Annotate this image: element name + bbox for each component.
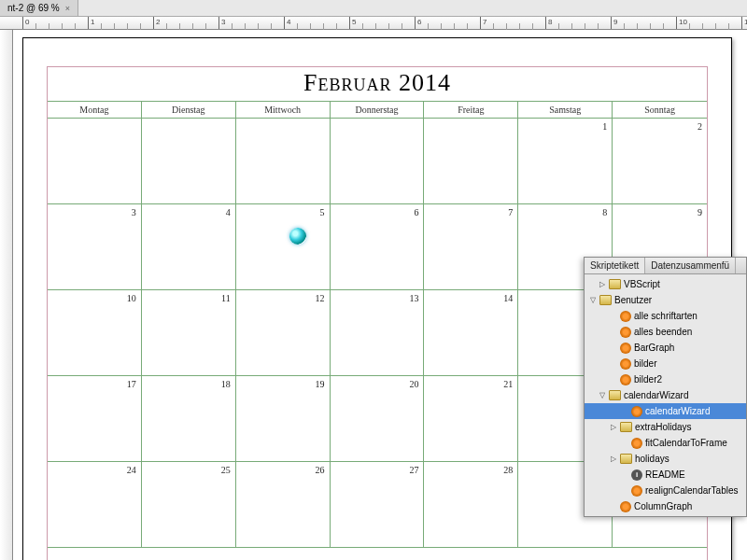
calendar-date-number: 11 bbox=[221, 293, 231, 303]
calendar-date-number: 8 bbox=[602, 207, 607, 217]
document-tab-bar: nt-2 @ 69 % × bbox=[0, 0, 747, 17]
calendar-cell: 5 bbox=[236, 204, 331, 290]
tree-item[interactable]: Benutzer bbox=[585, 292, 746, 308]
calendar-date-number: 24 bbox=[127, 465, 136, 475]
tree-item-label: realignCalendarTables bbox=[645, 485, 739, 496]
ruler-tick: 7 bbox=[480, 17, 481, 29]
calendar-date-number: 12 bbox=[316, 293, 325, 303]
tree-item-label: ColumnGraph bbox=[634, 501, 692, 511]
calendar-cell bbox=[331, 119, 425, 204]
chevron-down-icon[interactable] bbox=[588, 296, 597, 304]
calendar-cell: 12 bbox=[236, 290, 331, 376]
script-icon bbox=[620, 374, 631, 385]
document-tab[interactable]: nt-2 @ 69 % × bbox=[0, 0, 78, 16]
tree-item-label: calendarWizard bbox=[624, 390, 688, 400]
ruler-tick: 1 bbox=[88, 17, 89, 29]
tree-item-label: bilder2 bbox=[634, 374, 662, 385]
calendar-date-number: 2 bbox=[698, 121, 702, 132]
folder-icon bbox=[609, 390, 621, 400]
ruler-tick: 4 bbox=[284, 17, 285, 29]
horizontal-ruler: 01234567891011 bbox=[0, 17, 747, 30]
calendar-date-number: 5 bbox=[320, 207, 325, 217]
close-icon[interactable]: × bbox=[65, 4, 70, 13]
calendar-date-number: 19 bbox=[316, 379, 325, 389]
calendar-day-header: Freitag bbox=[424, 102, 518, 118]
calendar-day-header: Montag bbox=[48, 102, 142, 118]
tree-item[interactable]: holidays bbox=[585, 451, 746, 467]
tree-item-label: calendarWizard bbox=[645, 406, 710, 416]
tree-item-label: extraHolidays bbox=[635, 422, 692, 432]
folder-icon bbox=[599, 295, 612, 305]
calendar-cell: 24 bbox=[48, 462, 142, 548]
chevron-right-icon[interactable] bbox=[609, 455, 617, 463]
calendar-date-number: 13 bbox=[409, 293, 418, 303]
tree-item[interactable]: VBScript bbox=[585, 276, 746, 292]
calendar-cell bbox=[424, 119, 518, 204]
calendar-cell: 4 bbox=[142, 204, 236, 290]
calendar-cell: 21 bbox=[424, 376, 518, 462]
script-icon bbox=[620, 327, 631, 338]
tree-item[interactable]: calendarWizard bbox=[585, 403, 746, 419]
calendar-day-header: Donnerstag bbox=[331, 102, 425, 118]
calendar-title: Februar 2014 bbox=[48, 67, 707, 101]
tree-item[interactable]: fitCalendarToFrame bbox=[585, 435, 746, 451]
ruler-tick: 6 bbox=[415, 17, 416, 29]
calendar-cell: 17 bbox=[48, 376, 142, 462]
ruler-tick: 5 bbox=[349, 17, 350, 29]
calendar-day-header: Mittwoch bbox=[236, 102, 331, 118]
calendar-date-number: 9 bbox=[698, 207, 702, 217]
script-icon bbox=[631, 406, 642, 417]
calendar-cell: 14 bbox=[424, 290, 518, 376]
tree-item[interactable]: BarGraph bbox=[585, 340, 746, 356]
tree-item[interactable]: alles beenden bbox=[585, 324, 746, 340]
calendar-cell: 26 bbox=[236, 462, 331, 548]
calendar-date-number: 28 bbox=[503, 465, 513, 475]
tree-item[interactable]: realignCalendarTables bbox=[585, 483, 746, 498]
ruler-tick: 10 bbox=[676, 17, 677, 29]
tree-item[interactable]: ColumnGraph bbox=[585, 498, 746, 514]
chevron-right-icon[interactable] bbox=[609, 423, 617, 431]
tab-skriptetikett[interactable]: Skriptetikett bbox=[585, 258, 645, 273]
tree-item-label: alle schriftarten bbox=[634, 311, 698, 321]
scripts-panel[interactable]: Skriptetikett Datenzusammenfü VBScriptBe… bbox=[584, 257, 747, 517]
calendar-cell: 2 bbox=[613, 119, 707, 204]
ruler-tick: 8 bbox=[545, 17, 546, 29]
calendar-date-number: 17 bbox=[127, 379, 136, 389]
calendar-date-number: 18 bbox=[221, 379, 231, 389]
tree-item[interactable]: iREADME bbox=[585, 467, 746, 483]
calendar-cell: 19 bbox=[236, 376, 331, 462]
tree-item[interactable]: calendarWizard bbox=[585, 387, 746, 403]
folder-icon bbox=[620, 422, 632, 432]
calendar-cell: 18 bbox=[142, 376, 236, 462]
script-icon bbox=[631, 485, 642, 497]
ruler-tick: 11 bbox=[741, 17, 742, 29]
calendar-cell: 7 bbox=[424, 204, 518, 290]
tree-item[interactable]: extraHolidays bbox=[585, 419, 746, 435]
calendar-cell: 13 bbox=[331, 290, 425, 376]
tree-item-label: holidays bbox=[635, 454, 669, 464]
calendar-cell bbox=[236, 119, 331, 204]
calendar-day-header: Sonntag bbox=[613, 102, 707, 118]
panel-tab-bar: Skriptetikett Datenzusammenfü bbox=[585, 258, 746, 274]
calendar-date-number: 14 bbox=[503, 293, 513, 303]
calendar-cell: 6 bbox=[331, 204, 425, 290]
calendar-date-number: 1 bbox=[602, 121, 607, 132]
calendar-date-number: 27 bbox=[409, 465, 418, 475]
chevron-right-icon[interactable] bbox=[598, 280, 606, 288]
document-tab-label: nt-2 @ 69 % bbox=[7, 3, 60, 13]
tree-item[interactable]: alle schriftarten bbox=[585, 308, 746, 324]
tree-item[interactable]: bilder2 bbox=[585, 371, 746, 387]
tree-item[interactable]: bilder bbox=[585, 356, 746, 371]
calendar-cell: 3 bbox=[48, 204, 142, 290]
chevron-down-icon[interactable] bbox=[598, 391, 606, 399]
calendar-cell bbox=[48, 119, 142, 204]
calendar-date-number: 3 bbox=[132, 207, 136, 217]
busy-spinner-icon bbox=[289, 228, 306, 245]
tree-item-label: bilder bbox=[634, 358, 656, 369]
script-icon bbox=[620, 343, 631, 354]
calendar-cell: 11 bbox=[142, 290, 236, 376]
calendar-cell: 1 bbox=[518, 119, 613, 204]
info-icon: i bbox=[631, 469, 642, 481]
calendar-date-number: 20 bbox=[409, 379, 418, 389]
tab-datenzusammenfuehrung[interactable]: Datenzusammenfü bbox=[645, 258, 736, 273]
